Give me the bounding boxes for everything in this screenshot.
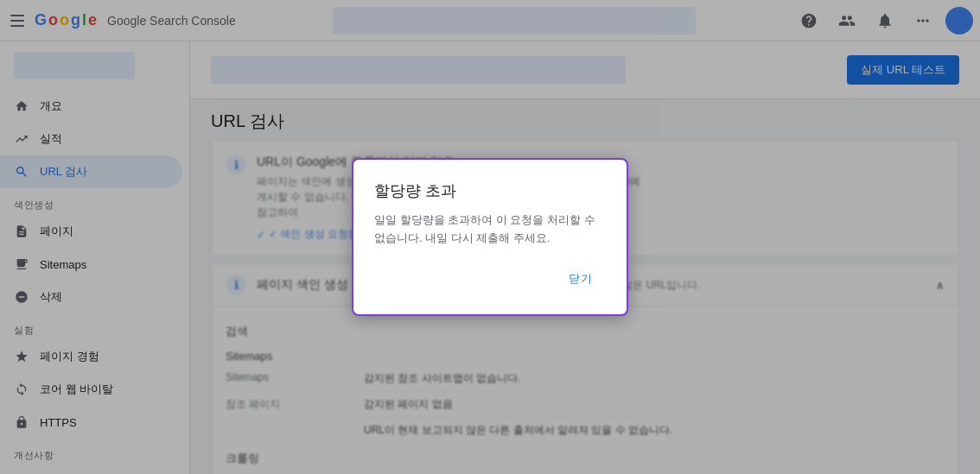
- main-content: 실제 URL 테스트 URL 검사 ℹ URL이 Google에 등록되어 있지…: [190, 41, 980, 474]
- main-layout: 개요 실적 URL 검사 색인생성 페이지 Sitemaps: [0, 41, 980, 474]
- quota-exceeded-modal: 할당량 초과 일일 할당량을 초과하여 이 요청을 처리할 수 없습니다. 내일…: [352, 158, 628, 317]
- modal-title: 할당량 초과: [374, 180, 606, 201]
- modal-close-button[interactable]: 닫기: [555, 264, 606, 294]
- modal-overlay: 할당량 초과 일일 할당량을 초과하여 이 요청을 처리할 수 없습니다. 내일…: [190, 41, 980, 474]
- modal-actions: 닫기: [374, 264, 606, 294]
- modal-body: 일일 할당량을 초과하여 이 요청을 처리할 수 없습니다. 내일 다시 제출해…: [374, 212, 606, 248]
